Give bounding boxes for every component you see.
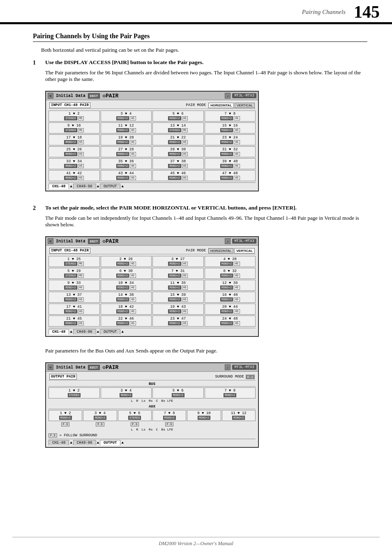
tab-output[interactable]: OUTPUT	[100, 184, 120, 189]
pair-47-48[interactable]: 47 ♥ 48 MONO×2 HS	[205, 170, 256, 181]
aux-pair-1-2[interactable]: 1 ♥ 2 MONO×2	[48, 410, 82, 421]
v-pair-5-29[interactable]: 5 ♥ 29 STEREO MS	[48, 268, 100, 279]
bus-label: BUS	[48, 382, 256, 387]
pair-35-36[interactable]: 35 ♥ 36 MONO×2 HS	[101, 158, 152, 169]
aux-pair-9-10[interactable]: 9 ♥ 10 MONO×2	[187, 410, 221, 421]
horizontal-btn-2[interactable]: HORIZONTAL	[208, 248, 233, 253]
tab3-output[interactable]: OUTPUT	[100, 440, 120, 445]
v-pair-13-37[interactable]: 13 ♥ 37 MONO×2 HS	[48, 292, 100, 303]
v-pair-21-45[interactable]: 21 ♥ 45 MONO×2 HS	[48, 315, 100, 327]
pair-mode-buttons-2: HORIZONTAL VERTICAL	[208, 248, 255, 253]
v-pair-23-47[interactable]: 23 ♥ 47 MONO×2 HS	[152, 315, 204, 327]
pair-25-26[interactable]: 25 ♥ 26 MONO×2 HS	[48, 146, 100, 157]
pair-21-22[interactable]: 21 ♥ 22 MONO×2 HS	[152, 134, 204, 145]
v-pair-1-25[interactable]: 1 ♥ 25 STEREO MS	[48, 256, 100, 267]
v-pair-3-27[interactable]: 3 ♥ 27 MONO×2 HS	[152, 256, 204, 267]
pair-41-42[interactable]: 41 ♥ 42 MONO×2 HS	[48, 170, 100, 181]
tab-ch49-96[interactable]: CH49-96	[73, 184, 96, 189]
tab2-output[interactable]: OUTPUT	[100, 329, 120, 334]
pair-31-32[interactable]: 31 ♥ 32 MONO×2 HS	[205, 146, 256, 157]
edit-btn-2[interactable]: EDIT	[88, 239, 100, 244]
stereo-badge: STEREO	[64, 116, 77, 120]
v-pair-11-35[interactable]: 11 ♥ 35 MONO×2 HS	[152, 280, 204, 291]
vertical-btn-2[interactable]: VERTICAL	[234, 248, 255, 253]
screen1-header: θ Initial Data EDIT ◇PAIR ♪ MT3L-MTX3	[46, 92, 258, 100]
pair-9-10[interactable]: 9 ♥ 10 STEREO MS	[48, 122, 100, 134]
bus-pair-3-4[interactable]: 3 ♥ 4 MONO×2	[101, 387, 152, 398]
screen1-channel-grid: 1 ♥ 2 STEREO MS 3 ♥ 4 MONO×2 HS	[48, 111, 256, 181]
tab-ch1-48[interactable]: CH1-48	[48, 184, 69, 189]
pair-45-46[interactable]: 45 ♥ 46 MONO×2 HS	[152, 170, 204, 181]
pair-11-12[interactable]: 11 ♥ 12 MONO×2 HS	[101, 122, 152, 134]
pair-mode-row: STEREO MS	[50, 116, 98, 120]
screen2-container: θ Initial Data EDIT ◇PAIR ♪ MT3L-MTX3 IN…	[45, 236, 259, 337]
v-pair-14-38[interactable]: 14 ♥ 38 MONO×2 HS	[101, 292, 152, 303]
pair-37-38[interactable]: 37 ♥ 38 MONO×2 HS	[152, 158, 204, 169]
pair-mode-label: PAIR MODE	[186, 103, 206, 107]
v-pair-16-40[interactable]: 16 ♥ 40 MONO×2 HS	[205, 292, 256, 303]
pair-43-44[interactable]: 43 ♥ 44 MONO×2 HS	[101, 170, 152, 181]
pair-mode-label-2: PAIR MODE	[186, 249, 206, 253]
step-1-number: 1	[33, 60, 45, 66]
aux-pair-7-8[interactable]: 7 ♥ 8 MONO×2	[152, 410, 186, 421]
pair-1-2[interactable]: 1 ♥ 2 STEREO MS	[48, 111, 100, 122]
screen3-tab-bar: CH1-48 ▲ CH49-96 ▲ OUTPUT ▲	[48, 439, 256, 445]
v-pair-12-36[interactable]: 12 ♥ 36 MONO×2 HS	[205, 280, 256, 291]
aux-pair-11-12[interactable]: 11 ♥ 12 MONO×2	[222, 410, 256, 421]
pair-15-16[interactable]: 15 ♥ 16 MONO×2 HS	[205, 122, 256, 134]
pair-title-2: ◇PAIR	[102, 238, 118, 244]
v-pair-15-39[interactable]: 15 ♥ 39 MONO×2 HS	[152, 292, 204, 303]
aux-pair-3-4[interactable]: 3 ♥ 4 MONO×2	[83, 410, 117, 421]
v-pair-17-41[interactable]: 17 ♥ 41 MONO×2 HS	[48, 304, 100, 315]
step-1-header: 1 Use the DISPLAY ACCESS [PAIR] button t…	[33, 59, 367, 66]
horizontal-btn[interactable]: HORIZONTAL	[208, 103, 234, 108]
pair-13-14[interactable]: 13 ♥ 14 STEREO MS	[152, 122, 204, 134]
pair-27-28[interactable]: 27 ♥ 28 MONO×2 HS	[101, 146, 152, 157]
v-pair-22-46[interactable]: 22 ♥ 46 MONO×2 HS	[101, 315, 152, 327]
speaker-icon-3: ♪	[225, 364, 231, 370]
pair-19-20[interactable]: 19 ♥ 20 MONO×2 HS	[101, 134, 152, 145]
pair-7-8[interactable]: 7 ♥ 8 MONO×2 HS	[205, 111, 256, 122]
screen3-header: θ Initial Data EDIT ◇PAIR ♪ MT3L-MTX3	[46, 363, 258, 372]
v-pair-10-34[interactable]: 10 ♥ 34 MONO×2 HS	[101, 280, 152, 291]
v-pair-8-32[interactable]: 8 ♥ 32 MONO×2 HS	[205, 268, 256, 279]
tab2-ch49-96[interactable]: CH49-96	[73, 329, 96, 334]
tab3-ch1-48[interactable]: CH1-48	[48, 440, 69, 445]
bus-pair-5-6[interactable]: 5 ♥ 6 MONO×2	[152, 387, 204, 398]
pair-33-34[interactable]: 33 ♥ 34 MONO×2 HS	[48, 158, 100, 169]
bus-pair-7-8[interactable]: 7 ♥ 8 MONO×2	[205, 387, 256, 398]
pair-17-18[interactable]: 17 ♥ 18 MONO×2 HS	[48, 134, 100, 145]
v-pair-2-26[interactable]: 2 ♥ 26 MONO×2 HS	[101, 256, 152, 267]
pair-23-24[interactable]: 23 ♥ 24 MONO×2 HS	[205, 134, 256, 145]
tab3-ch49-96[interactable]: CH49-96	[73, 440, 96, 445]
v-pair-7-31[interactable]: 7 ♥ 31 MONO×2 HS	[152, 268, 204, 279]
screen1-container: θ Initial Data EDIT ◇PAIR ♪ MT3L-MTX3 IN…	[45, 91, 259, 191]
step-2-number: 2	[33, 205, 45, 212]
pair-title-3: ◇PAIR	[102, 364, 118, 371]
edit-btn[interactable]: EDIT	[88, 93, 100, 99]
bus-pair-1-2[interactable]: 1 ♥ 2 STEREO	[48, 387, 100, 398]
input-label-2: INPUT CH1-48 PAIR	[49, 248, 90, 253]
vertical-btn[interactable]: VERTICAL	[235, 103, 255, 108]
v-pair-4-28[interactable]: 4 ♥ 28 MONO×2 HS	[205, 256, 256, 267]
v-pair-6-30[interactable]: 6 ♥ 30 MONO×2 HS	[101, 268, 152, 279]
pair-29-30[interactable]: 29 ♥ 30 MONO×2 HS	[152, 146, 204, 157]
aux-pair-5-6[interactable]: 5 ♥ 6 STEREO	[118, 410, 152, 421]
v-pair-9-33[interactable]: 9 ♥ 33 MONO×2 HS	[48, 280, 100, 291]
v-pair-20-44[interactable]: 20 ♥ 44 MONO×2 HS	[205, 304, 256, 315]
fs-badge-2: F.S	[96, 422, 104, 426]
v-pair-18-42[interactable]: 18 ♥ 42 MONO×2 HS	[101, 304, 152, 315]
tab2-ch1-48[interactable]: CH1-48	[48, 329, 69, 334]
pair-5-6[interactable]: 5 ♥ 6 MONO×2 HS	[152, 111, 204, 122]
init-data-label: Initial Data	[56, 94, 85, 98]
screen1-subheader: INPUT CH1-48 PAIR PAIR MODE HORIZONTAL V…	[48, 102, 256, 109]
pair-39-40[interactable]: 39 ♥ 40 MONO×2 HS	[205, 158, 256, 169]
page-number: 145	[354, 3, 380, 21]
v-pair-24-48[interactable]: 24 ♥ 48 MONO×2 HS	[205, 315, 256, 327]
note-text: Pair parameters for the Bus Outs and Aux…	[45, 348, 367, 354]
v-pair-19-43[interactable]: 19 ♥ 43 MONO×2 HS	[152, 304, 204, 315]
step-2-header: 2 To set the pair mode, select the PAIR …	[33, 205, 367, 212]
edit-btn-3[interactable]: EDIT	[88, 365, 100, 370]
pair-3-4[interactable]: 3 ♥ 4 MONO×2 HS	[101, 111, 152, 122]
screen3-container: θ Initial Data EDIT ◇PAIR ♪ MT3L-MTX3 OU…	[45, 362, 259, 448]
